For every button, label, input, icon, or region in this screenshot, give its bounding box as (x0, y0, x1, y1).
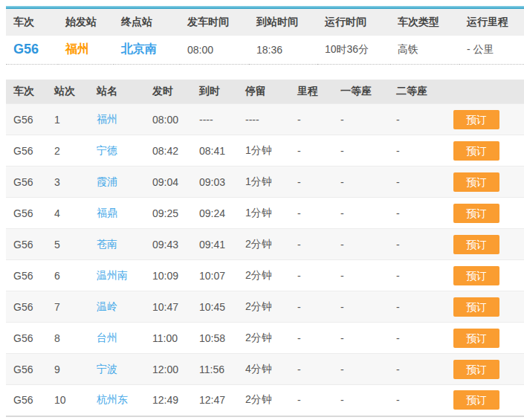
cell-stop-no: 7 (47, 291, 89, 323)
book-button[interactable]: 预订 (453, 266, 499, 285)
station-link[interactable]: 温岭 (97, 300, 117, 312)
station-link[interactable]: 杭州东 (97, 393, 128, 405)
cell-stop-no: 3 (47, 167, 89, 198)
station-link[interactable]: 温州南 (97, 269, 128, 281)
stop-row: G56 8 台州 11:00 10:58 2分钟 - - - 预订 (6, 323, 524, 354)
station-link[interactable]: 霞浦 (97, 175, 117, 187)
col-header-origin: 始发站 (58, 9, 114, 36)
cell-train: G56 (6, 198, 47, 229)
cell-depart: 10:47 (145, 291, 192, 323)
station-link[interactable]: 台州 (97, 332, 117, 343)
cell-second-class: - (389, 385, 446, 416)
cell-depart: 12:00 (145, 354, 192, 385)
cell-arrive: 08:41 (192, 135, 238, 167)
train-summary-table: 车次 始发站 终点站 发车时间 到站时间 运行时间 车次类型 运行里程 G56 … (6, 9, 524, 65)
stop-row: G56 4 福鼎 09:25 09:24 1分钟 - - - 预订 (6, 198, 524, 229)
book-button[interactable]: 预订 (453, 141, 499, 161)
cell-mileage: - (290, 198, 333, 229)
col-header-arrive-time: 到站时间 (249, 9, 317, 36)
cell-second-class: - (389, 260, 446, 291)
col-header-train: 车次 (6, 80, 47, 104)
col-header-first-class: 一等座 (333, 80, 389, 104)
cell-second-class: - (389, 104, 446, 135)
cell-mileage: - (290, 135, 333, 167)
cell-depart: 11:00 (145, 323, 192, 354)
col-header-depart: 发时 (145, 80, 192, 104)
cell-first-class: - (333, 167, 389, 198)
cell-stop-no: 5 (47, 229, 89, 260)
summary-header-row: 车次 始发站 终点站 发车时间 到站时间 运行时间 车次类型 运行里程 (6, 9, 524, 36)
cell-stay: 2分钟 (238, 291, 290, 323)
train-code-link[interactable]: G56 (13, 42, 39, 56)
stop-row: G56 1 福州 08:00 ---- ---- - - - 预订 (6, 104, 524, 135)
station-link[interactable]: 福鼎 (97, 207, 117, 219)
book-button[interactable]: 预订 (453, 297, 499, 317)
book-button[interactable]: 预订 (453, 390, 499, 410)
summary-depart-time: 08:00 (180, 36, 249, 64)
cell-second-class: - (389, 135, 446, 167)
station-link[interactable]: 宁波 (97, 363, 117, 375)
cell-stop-no: 2 (47, 135, 89, 167)
cell-arrive: 12:47 (192, 385, 238, 416)
col-header-book (446, 80, 524, 104)
stop-row: G56 2 宁德 08:42 08:41 1分钟 - - - 预订 (6, 135, 524, 167)
col-header-stay: 停留 (238, 80, 290, 104)
stop-row: G56 10 杭州东 12:49 12:47 2分钟 - - - 预订 (6, 385, 524, 416)
cell-stay: 2分钟 (238, 385, 290, 416)
cell-arrive: 09:03 (192, 167, 238, 198)
cell-depart: 08:42 (145, 135, 192, 167)
cell-arrive: 09:41 (192, 229, 238, 260)
cell-mileage: - (290, 323, 333, 354)
cell-first-class: - (333, 354, 389, 385)
cell-arrive: 10:58 (192, 323, 238, 354)
book-button[interactable]: 预订 (453, 360, 499, 379)
stop-row: G56 3 霞浦 09:04 09:03 1分钟 - - - 预订 (6, 167, 524, 198)
summary-arrive-time: 18:36 (249, 36, 317, 64)
cell-train: G56 (6, 260, 47, 291)
cell-stay: 1分钟 (238, 167, 290, 198)
book-button[interactable]: 预订 (453, 110, 499, 129)
cell-first-class: - (333, 323, 389, 354)
book-button[interactable]: 预订 (453, 235, 499, 254)
train-schedule-panel: 车次 始发站 终点站 发车时间 到站时间 运行时间 车次类型 运行里程 G56 … (6, 0, 524, 417)
col-header-duration: 运行时间 (317, 9, 390, 36)
cell-train: G56 (6, 167, 47, 198)
station-link[interactable]: 苍南 (97, 238, 117, 250)
cell-mileage: - (290, 104, 333, 135)
cell-first-class: - (333, 104, 389, 135)
cell-stop-no: 1 (47, 104, 89, 135)
cell-stay: 4分钟 (238, 354, 290, 385)
cell-depart: 09:43 (145, 229, 192, 260)
cell-mileage: - (290, 167, 333, 198)
col-header-train: 车次 (6, 9, 58, 36)
book-button[interactable]: 预订 (453, 329, 499, 348)
cell-second-class: - (389, 198, 446, 229)
cell-stay: ---- (238, 104, 290, 135)
cell-stay: 2分钟 (238, 260, 290, 291)
col-header-depart-time: 发车时间 (180, 9, 249, 36)
origin-station-link[interactable]: 福州 (65, 42, 89, 55)
book-button[interactable]: 预订 (453, 204, 499, 223)
cell-mileage: - (290, 354, 333, 385)
stops-section: 车次 站次 站名 发时 到时 停留 里程 一等座 二等座 G56 1 福州 (6, 80, 524, 417)
cell-mileage: - (290, 385, 333, 416)
col-header-station: 站名 (89, 80, 145, 104)
station-link[interactable]: 宁德 (97, 144, 117, 156)
cell-train: G56 (6, 104, 47, 135)
cell-stop-no: 6 (47, 260, 89, 291)
cell-second-class: - (389, 291, 446, 323)
cell-first-class: - (333, 260, 389, 291)
terminal-station-link[interactable]: 北京南 (121, 42, 157, 55)
book-button[interactable]: 预订 (453, 172, 499, 192)
cell-mileage: - (290, 291, 333, 323)
cell-train: G56 (6, 385, 47, 416)
cell-arrive: 09:24 (192, 198, 238, 229)
station-link[interactable]: 福州 (97, 113, 117, 125)
cell-train: G56 (6, 229, 47, 260)
cell-stop-no: 10 (47, 385, 89, 416)
cell-arrive: ---- (192, 104, 238, 135)
stop-row: G56 5 苍南 09:43 09:41 2分钟 - - - 预订 (6, 229, 524, 260)
col-header-mileage: 运行里程 (459, 9, 524, 36)
cell-stop-no: 8 (47, 323, 89, 354)
stops-header-row: 车次 站次 站名 发时 到时 停留 里程 一等座 二等座 (6, 80, 524, 104)
